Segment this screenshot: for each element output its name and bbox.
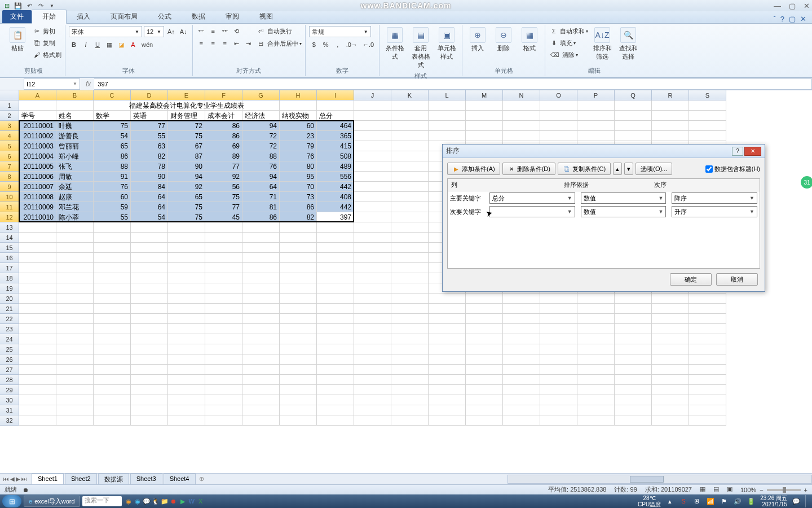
cell-K22[interactable]	[391, 314, 429, 324]
sort-on-select[interactable]: 数值▼	[581, 206, 667, 217]
row-header-30[interactable]: 30	[0, 395, 19, 405]
bold-button[interactable]: B	[69, 40, 79, 50]
cell-B26[interactable]	[56, 354, 94, 365]
cell-B5[interactable]: 曾丽丽	[56, 141, 94, 151]
cell-E15[interactable]	[168, 243, 205, 253]
cell-I5[interactable]: 415	[317, 141, 354, 151]
cell-D20[interactable]	[131, 294, 168, 304]
cell-L27[interactable]	[429, 365, 466, 375]
cell-D27[interactable]	[131, 365, 168, 375]
cell-G2[interactable]: 经济法	[242, 111, 280, 121]
cell-K19[interactable]	[391, 283, 429, 294]
cell-G22[interactable]	[242, 314, 280, 324]
col-header-E[interactable]: E	[168, 90, 205, 100]
cell-C16[interactable]	[94, 253, 131, 263]
cell-I24[interactable]	[317, 334, 354, 344]
cell-I15[interactable]	[317, 243, 354, 253]
sheet-tab-数据源[interactable]: 数据源	[98, 474, 129, 485]
cell-R1[interactable]	[652, 100, 689, 111]
cell-A19[interactable]	[19, 283, 56, 294]
cell-H26[interactable]	[280, 354, 317, 365]
cell-K29[interactable]	[391, 385, 429, 395]
cell-M28[interactable]	[466, 375, 503, 385]
cell-C31[interactable]	[94, 405, 131, 415]
zoom-slider[interactable]	[767, 489, 801, 491]
copy-icon[interactable]: ⿻	[32, 38, 42, 48]
cell-L31[interactable]	[429, 405, 466, 415]
cell-I6[interactable]: 508	[317, 151, 354, 161]
row-header-2[interactable]: 2	[0, 111, 19, 121]
cell-Q23[interactable]	[615, 324, 652, 334]
save-icon[interactable]: 💾	[14, 1, 23, 10]
cell-D23[interactable]	[131, 324, 168, 334]
cell-E20[interactable]	[168, 294, 205, 304]
row-header-13[interactable]: 13	[0, 222, 19, 233]
cell-B21[interactable]	[56, 304, 94, 314]
cell-O25[interactable]	[540, 344, 577, 354]
sheet-tab-Sheet2[interactable]: Sheet2	[65, 474, 97, 485]
row-header-15[interactable]: 15	[0, 243, 19, 253]
cell-Q2[interactable]	[615, 111, 652, 121]
redo-icon[interactable]: ↷	[36, 1, 45, 10]
cell-F32[interactable]	[205, 415, 242, 426]
close-icon[interactable]: ✕	[804, 2, 810, 10]
cell-F13[interactable]	[205, 222, 242, 233]
cell-F10[interactable]: 75	[205, 192, 242, 202]
cell-R4[interactable]	[652, 131, 689, 141]
cell-D8[interactable]: 90	[131, 172, 168, 182]
tab-layout[interactable]: 页面布局	[100, 10, 148, 23]
cell-B31[interactable]	[56, 405, 94, 415]
cell-F17[interactable]	[205, 263, 242, 273]
cell-E12[interactable]: 75	[168, 212, 205, 222]
weather-widget[interactable]: 28℃CPU温度	[638, 495, 661, 507]
align-top-icon[interactable]: ⬴	[196, 26, 206, 36]
cell-O2[interactable]	[540, 111, 577, 121]
row-header-23[interactable]: 23	[0, 324, 19, 334]
cell-M25[interactable]	[466, 344, 503, 354]
cell-L22[interactable]	[429, 314, 466, 324]
cell-M31[interactable]	[466, 405, 503, 415]
cell-D11[interactable]: 64	[131, 202, 168, 212]
inc-decimal-icon[interactable]: .0→	[345, 40, 359, 50]
cell-Q32[interactable]	[615, 415, 652, 426]
row-header-31[interactable]: 31	[0, 405, 19, 415]
cell-C27[interactable]	[94, 365, 131, 375]
cell-Q26[interactable]	[615, 354, 652, 365]
cell-A14[interactable]	[19, 233, 56, 243]
cell-B17[interactable]	[56, 263, 94, 273]
cell-G27[interactable]	[242, 365, 280, 375]
cell-O23[interactable]	[540, 324, 577, 334]
cell-J22[interactable]	[354, 314, 391, 324]
cell-K32[interactable]	[391, 415, 429, 426]
cell-O29[interactable]	[540, 385, 577, 395]
cell-B25[interactable]	[56, 344, 94, 354]
cell-J17[interactable]	[354, 263, 391, 273]
indent-inc-icon[interactable]: ⇥	[244, 38, 254, 49]
underline-button[interactable]: U	[92, 40, 103, 50]
cell-A18[interactable]	[19, 273, 56, 283]
qq-icon[interactable]: 🐧	[151, 497, 160, 506]
cell-O28[interactable]	[540, 375, 577, 385]
formula-input[interactable]: 397	[94, 78, 812, 90]
fill-color-icon[interactable]: ◪	[116, 40, 126, 50]
cell-F16[interactable]	[205, 253, 242, 263]
cell-B18[interactable]	[56, 273, 94, 283]
cell-E11[interactable]: 75	[168, 202, 205, 212]
cell-S32[interactable]	[689, 415, 726, 426]
col-header-G[interactable]: G	[242, 90, 280, 100]
increase-font-icon[interactable]: A↑	[166, 27, 176, 37]
cell-J28[interactable]	[354, 375, 391, 385]
cell-E22[interactable]	[168, 314, 205, 324]
cell-C9[interactable]: 76	[94, 182, 131, 192]
cell-I12[interactable]: 397	[317, 212, 354, 222]
cell-D9[interactable]: 84	[131, 182, 168, 192]
cell-G25[interactable]	[242, 344, 280, 354]
percent-icon[interactable]: %	[321, 40, 331, 50]
cell-G29[interactable]	[242, 385, 280, 395]
cell-K12[interactable]	[391, 212, 429, 222]
add-level-button[interactable]: ▶添加条件(A)	[447, 163, 500, 175]
number-format-combo[interactable]: 常规▼	[309, 26, 371, 37]
row-header-22[interactable]: 22	[0, 314, 19, 324]
cell-F26[interactable]	[205, 354, 242, 365]
dialog-titlebar[interactable]: 排序 ? ✕	[443, 144, 765, 158]
